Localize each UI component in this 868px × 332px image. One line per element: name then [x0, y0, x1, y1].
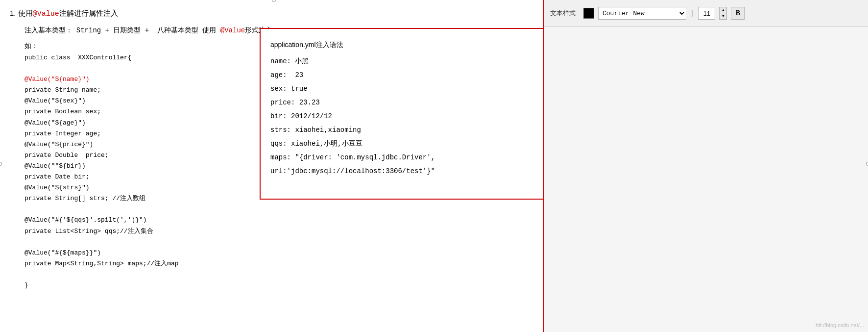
code-line: [24, 63, 265, 74]
watermark: htt://blog.csdn.net/...: [816, 322, 864, 328]
font-select[interactable]: Courier New: [598, 7, 686, 20]
code-line: private Double price;: [24, 150, 265, 161]
code-line: private Boolean sex;: [24, 106, 265, 117]
intro-annotation: @Value: [220, 26, 245, 34]
code-section: public class XXXController{ @Value("${na…: [24, 52, 533, 291]
code-line: private String name;: [24, 85, 265, 96]
code-line: private Map<String,String> maps;//注入map: [24, 258, 265, 269]
yml-line-age: age: 23: [270, 68, 533, 82]
right-box-title: application.yml注入语法: [270, 38, 533, 51]
code-line: @Value("${name}"): [24, 74, 265, 85]
right-annotation-box: application.yml注入语法 name: 小黑 age: 23 sex…: [260, 28, 544, 200]
code-line: }: [24, 280, 265, 291]
code-line: private String[] strs; //注入数组: [24, 193, 265, 204]
yml-line-price: price: 23.23: [270, 96, 533, 109]
handle-right[interactable]: [866, 162, 868, 166]
yml-line-sex: sex: true: [270, 82, 533, 96]
yml-line-bir: bir: 2012/12/12: [270, 109, 533, 123]
section-num: 1. 使用: [10, 9, 33, 17]
yml-line-name: name: 小黑: [270, 54, 533, 68]
yml-line-strs: strs: xiaohei,xiaoming: [270, 123, 533, 137]
section-suffix: 注解进行属性注入: [59, 9, 118, 17]
intro-text: 注入基本类型：: [24, 26, 76, 34]
code-line: @Value(""${bir}): [24, 161, 265, 172]
font-size-up[interactable]: ▲: [720, 7, 726, 13]
yml-line-maps: maps: "{driver: 'com.mysql.jdbc.Driver',…: [270, 151, 533, 178]
code-line: @Value("#{${maps}}"): [24, 248, 265, 258]
yml-line-qqs: qqs: xiaohei,小明,小豆豆: [270, 137, 533, 151]
code-line: @Value("${age}"): [24, 118, 265, 128]
toolbar-label: 文本样式: [550, 9, 576, 18]
font-size-arrows: ▲ ▼: [719, 7, 727, 20]
code-line: private List<String> qqs;//注入集合: [24, 226, 265, 237]
code-line: private Date bir;: [24, 172, 265, 182]
intro-types: String + 日期类型 + 八种基本类型 使用: [76, 26, 220, 34]
code-line: [24, 204, 265, 215]
handle-left[interactable]: [0, 162, 2, 166]
separator: |: [690, 9, 694, 17]
code-line: [24, 269, 265, 280]
section-title: 1. 使用@Value注解进行属性注入: [10, 9, 533, 18]
font-size-input[interactable]: [698, 7, 715, 20]
annotation-tag: @Value: [33, 10, 59, 18]
code-line: [24, 237, 265, 248]
right-panel: 文本样式 Courier New | ▲ ▼ B htt://blog.csdn…: [544, 0, 868, 332]
code-line: @Value("${strs}"): [24, 182, 265, 193]
bold-button[interactable]: B: [731, 7, 745, 20]
color-swatch[interactable]: [583, 8, 594, 19]
text-style-toolbar: 文本样式 Courier New | ▲ ▼ B: [544, 0, 868, 27]
code-line: @Value("#{'${qqs}'.spilt(',')}"): [24, 215, 265, 226]
code-line: @Value("${price}"): [24, 139, 265, 150]
font-size-down[interactable]: ▼: [720, 13, 726, 19]
code-line: private Integer age;: [24, 128, 265, 139]
handle-top[interactable]: [272, 0, 276, 2]
code-line: public class XXXController{: [24, 52, 265, 63]
main-content-area: 1. 使用@Value注解进行属性注入 注入基本类型： String + 日期类…: [0, 0, 544, 332]
code-line: @Value("${sex}"): [24, 96, 265, 106]
left-code-block: public class XXXController{ @Value("${na…: [24, 52, 265, 291]
